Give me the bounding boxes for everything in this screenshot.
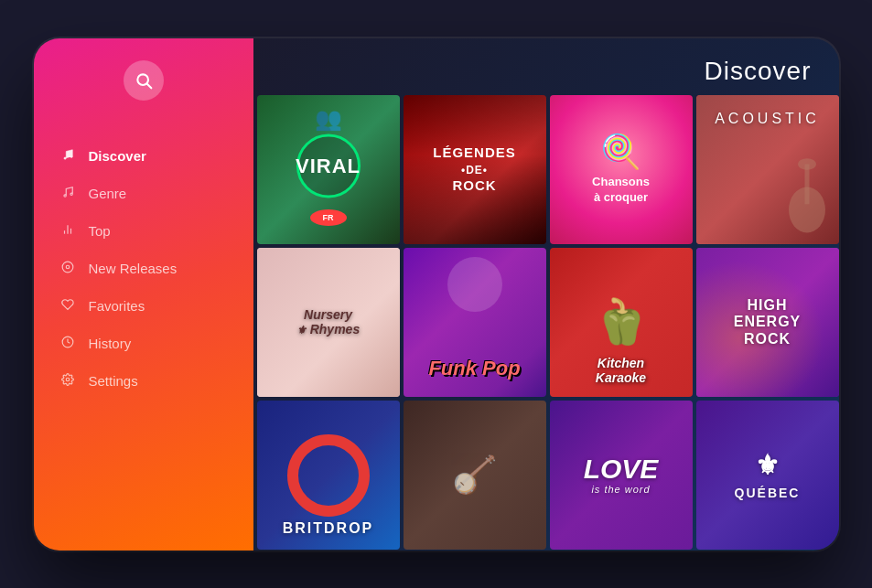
tile-chansons[interactable]: 🍭 Chansonsà croquer [550, 95, 693, 244]
sidebar-label-favorites: Favorites [89, 298, 145, 314]
legeneds-label: LÉGENDES•DE•ROCK [433, 144, 516, 194]
highrock-label: HIGHENERGYROCK [696, 248, 839, 397]
top-icon [59, 223, 76, 239]
fleur-de-lis-icon: ⚜ [755, 449, 780, 482]
chansons-label: Chansonsà croquer [592, 175, 650, 206]
candy-icon: 🍭 [600, 133, 641, 171]
sidebar-item-favorites[interactable]: Favorites [34, 287, 253, 325]
love-label: LOVE is the word [550, 401, 693, 550]
sidebar-label-genre: Genre [89, 186, 127, 201]
new-releases-icon [59, 261, 76, 276]
search-button[interactable] [124, 60, 164, 101]
tile-highrock[interactable]: HIGHENERGYROCK [696, 248, 839, 397]
tile-kitchen[interactable]: 🫑 KitchenKaraoke [550, 248, 693, 397]
tile-banjo[interactable]: 🪕 [404, 401, 546, 550]
favorites-icon [59, 298, 76, 314]
britdrop-label: BRITDROP [257, 401, 400, 550]
sidebar-item-new-releases[interactable]: New Releases [34, 250, 253, 287]
viral-text: VIRAL [296, 155, 361, 178]
tile-britdrop[interactable]: BRITDROP [257, 401, 400, 550]
sidebar-label-top: Top [89, 223, 111, 239]
main-content: Discover 👥 VIRAL FR [253, 38, 839, 551]
tile-viral[interactable]: 👥 VIRAL FR [257, 95, 400, 244]
tile-love[interactable]: LOVE is the word [550, 401, 693, 550]
sidebar-item-history[interactable]: History [34, 325, 253, 362]
svg-line-1 [146, 83, 151, 88]
tile-quebec[interactable]: ⚜ QUÉBEC [696, 401, 839, 550]
sidebar-label-history: History [89, 336, 132, 351]
sidebar-label-new-releases: New Releases [89, 261, 178, 276]
acoustic-label: ACOUSTIC [696, 95, 839, 244]
genre-icon [59, 186, 76, 201]
header: Discover [253, 38, 839, 95]
viral-sub: FR [310, 209, 347, 226]
sidebar-item-top[interactable]: Top [34, 212, 253, 250]
tile-funkpop[interactable]: Funk Pop [404, 248, 546, 397]
kitchen-label: KitchenKaraoke [550, 248, 693, 397]
sidebar: Discover Genre Top [34, 38, 253, 551]
music-grid: 👥 VIRAL FR [253, 95, 839, 551]
history-icon [59, 336, 76, 351]
sidebar-item-discover[interactable]: Discover [34, 137, 253, 175]
viral-content: 👥 VIRAL FR [257, 95, 400, 244]
tile-nursery[interactable]: Nursery⚜ Rhymes [257, 248, 400, 397]
sidebar-item-genre[interactable]: Genre [34, 175, 253, 212]
svg-point-8 [66, 378, 70, 381]
page-title: Discover [705, 57, 812, 86]
viral-circle: VIRAL [296, 134, 361, 198]
discover-icon [59, 148, 76, 164]
sidebar-label-discover: Discover [89, 148, 146, 164]
settings-icon [59, 373, 76, 389]
svg-point-5 [62, 262, 73, 273]
quebec-label: ⚜ QUÉBEC [696, 401, 839, 550]
funkpop-label: Funk Pop [404, 248, 546, 397]
nav-list: Discover Genre Top [34, 137, 253, 532]
nursery-label: Nursery⚜ Rhymes [257, 248, 400, 397]
device-frame: Discover Genre Top [34, 38, 839, 551]
tile-legeneds[interactable]: LÉGENDES•DE•ROCK [404, 95, 546, 244]
tile-acoustic[interactable]: ACOUSTIC [696, 95, 839, 244]
sidebar-item-settings[interactable]: Settings [34, 362, 253, 400]
svg-point-6 [66, 265, 70, 269]
sidebar-label-settings: Settings [89, 373, 138, 389]
